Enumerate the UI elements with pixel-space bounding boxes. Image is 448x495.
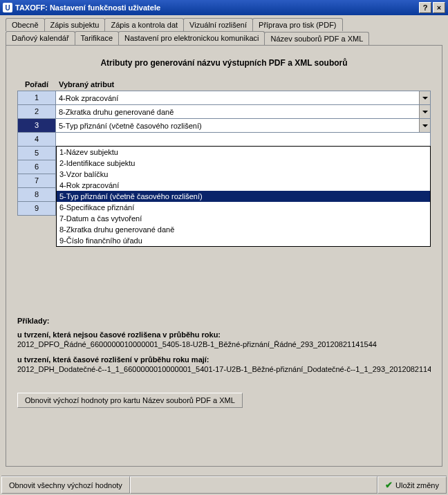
tab-da-ov-kalend-[interactable]: Daňový kalendář <box>6 31 75 45</box>
dropdown-item[interactable]: 1-Název subjektu <box>57 147 430 158</box>
app-icon: U <box>3 3 12 12</box>
order-cell[interactable]: 3 <box>17 118 56 133</box>
bottom-spacer <box>130 476 377 494</box>
attribute-grid: 14-Rok zpracování28-Zkratka druhu genero… <box>17 91 431 216</box>
examples-sub2: u tvrzení, která časové rozlišení v průb… <box>17 355 431 364</box>
attribute-value: 4-Rok zpracování <box>59 94 118 102</box>
save-label: Uložit změny <box>395 481 439 489</box>
help-button[interactable]: ? <box>419 2 431 13</box>
attribute-cell[interactable] <box>56 132 431 147</box>
close-button[interactable]: × <box>433 2 445 13</box>
attribute-value: 5-Typ přiznání (včetně časového rozlišen… <box>59 122 202 130</box>
tab-obecn-[interactable]: Obecně <box>6 18 45 31</box>
grid-row: 14-Rok zpracování <box>17 91 431 105</box>
grid-row: 4 <box>17 133 431 147</box>
dropdown-item[interactable]: 4-Rok zpracování <box>57 180 430 191</box>
chevron-down-icon[interactable] <box>419 119 430 132</box>
examples-section: Příklady: u tvrzení, která nejsou časové… <box>17 317 431 373</box>
examples-title: Příklady: <box>17 317 431 325</box>
reset-all-button[interactable]: Obnovit všechny výchozí hodnoty <box>1 476 130 494</box>
tab-z-pis-a-kontrola-dat[interactable]: Zápis a kontrola dat <box>104 18 184 31</box>
chevron-down-icon[interactable] <box>419 91 430 104</box>
dropdown-item[interactable]: 8-Zkratka druhu generované daně <box>57 224 430 235</box>
tab-vizu-ln-rozli-en-[interactable]: Vizuální rozlišení <box>183 18 253 31</box>
col-header-order: Pořadí <box>17 80 56 88</box>
tab-p-prava-pro-tisk-pdf-[interactable]: Příprava pro tisk (PDF) <box>252 18 342 31</box>
grid-header: Pořadí Vybraný atribut <box>17 80 431 88</box>
content-area: ObecněZápis subjektuZápis a kontrola dat… <box>1 15 447 476</box>
order-cell[interactable]: 6 <box>17 160 56 174</box>
dropdown-item[interactable]: 2-Identifikace subjektu <box>57 158 430 169</box>
dropdown-item[interactable]: 6-Specifikace přiznání <box>57 202 430 213</box>
examples-sub1: u tvrzení, která nejsou časové rozlišena… <box>17 330 431 339</box>
tabs-row-1: ObecněZápis subjektuZápis a kontrola dat… <box>6 18 442 31</box>
tabs-row-2: Daňový kalendářTarifikaceNastavení pro e… <box>6 31 442 45</box>
reset-tab-button[interactable]: Obnovit výchozí hodnoty pro kartu Název … <box>17 393 243 408</box>
examples-line1: 2012_DPFO_Řádné_6600000010000001_5405-18… <box>17 340 431 348</box>
attribute-cell[interactable]: 4-Rok zpracování <box>56 91 431 105</box>
pane-heading: Atributy pro generování názvu výstupních… <box>17 58 431 68</box>
check-icon: ✔ <box>385 480 393 490</box>
examples-line2: 2012_DPH_Dodatečné-č--1_1_66000000100000… <box>17 365 431 373</box>
reset-all-label: Obnovit všechny výchozí hodnoty <box>9 481 122 489</box>
attribute-value: 8-Zkratka druhu generované daně <box>59 108 174 116</box>
order-cell[interactable]: 1 <box>17 91 56 105</box>
window-body: ObecněZápis subjektuZápis a kontrola dat… <box>0 15 448 495</box>
attribute-cell[interactable]: 8-Zkratka druhu generované daně <box>56 104 431 119</box>
order-cell[interactable]: 8 <box>17 187 56 202</box>
attribute-cell[interactable]: 5-Typ přiznání (včetně časového rozlišen… <box>56 118 431 133</box>
tab-nastaven-pro-elektronickou-komunikaci[interactable]: Nastavení pro elektronickou komunikaci <box>118 31 265 45</box>
order-cell[interactable]: 2 <box>17 104 56 119</box>
tab-pane: Atributy pro generování názvu výstupních… <box>6 45 442 467</box>
window-title: TAXOFF: Nastavení funkčnosti uživatele <box>15 3 418 12</box>
dropdown-item[interactable]: 3-Vzor balíčku <box>57 169 430 180</box>
tab-tarifikace[interactable]: Tarifikace <box>75 31 119 45</box>
order-cell[interactable]: 4 <box>17 132 56 147</box>
attribute-dropdown[interactable]: 1-Název subjektu2-Identifikace subjektu3… <box>56 146 431 247</box>
col-header-attr: Vybraný atribut <box>56 80 431 88</box>
save-button[interactable]: ✔ Uložit změny <box>377 476 447 494</box>
titlebar: U TAXOFF: Nastavení funkčnosti uživatele… <box>0 0 448 15</box>
order-cell[interactable]: 9 <box>17 201 56 216</box>
grid-row: 28-Zkratka druhu generované daně <box>17 105 431 119</box>
tab-z-pis-subjektu[interactable]: Zápis subjektu <box>44 18 106 31</box>
chevron-down-icon[interactable] <box>419 105 430 118</box>
dropdown-item[interactable]: 9-Číslo finančního úřadu <box>57 235 430 246</box>
order-cell[interactable]: 7 <box>17 174 56 188</box>
grid-row: 35-Typ přiznání (včetně časového rozliše… <box>17 119 431 133</box>
dropdown-item[interactable]: 7-Datum a čas vytvoření <box>57 213 430 224</box>
order-cell[interactable]: 5 <box>17 146 56 160</box>
tab-n-zev-soubor-pdf-a-xml[interactable]: Název souborů PDF a XML <box>264 32 369 46</box>
dropdown-item[interactable]: 5-Typ přiznání (včetně časového rozlišen… <box>57 191 430 202</box>
bottom-bar: Obnovit všechny výchozí hodnoty ✔ Uložit… <box>1 476 447 494</box>
